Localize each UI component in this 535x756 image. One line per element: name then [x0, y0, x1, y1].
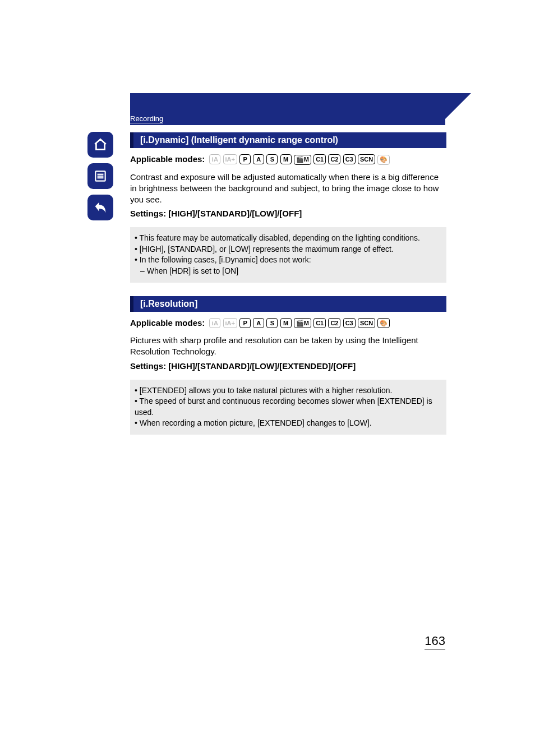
note-subitem: When [HDR] is set to [ON] [135, 266, 442, 277]
mode-chip: C2 [328, 154, 340, 164]
section1-body: Contrast and exposure will be adjusted a… [130, 172, 446, 206]
note-item: The speed of burst and continuous record… [135, 396, 442, 418]
mode-chip: SCN [358, 154, 375, 164]
breadcrumb-text: Recording [130, 114, 163, 123]
section1-settings: Settings: [HIGH]/[STANDARD]/[LOW]/[OFF] [130, 209, 446, 218]
back-icon [93, 200, 108, 215]
note-item: This feature may be automatically disabl… [135, 233, 442, 244]
section2-settings: Settings: [HIGH]/[STANDARD]/[LOW]/[EXTEN… [130, 361, 446, 371]
mode-chip: C2 [328, 318, 340, 328]
mode-chip: iA [209, 154, 220, 164]
mode-chip: iA+ [223, 318, 237, 328]
mode-chip: S [266, 154, 278, 164]
toc-button[interactable] [87, 163, 113, 189]
mode-chip: C1 [313, 154, 326, 164]
sidebar [87, 132, 117, 226]
section1-notes: This feature may be automatically disabl… [130, 227, 446, 282]
applicable-label: Applicable modes: [130, 318, 205, 328]
mode-chip: 🎨 [377, 318, 390, 328]
mode-chip: 🎨 [377, 155, 390, 165]
mode-chip: A [253, 154, 264, 164]
mode-chip: S [266, 318, 278, 328]
breadcrumb: Recording [130, 114, 445, 125]
mode-chip: P [239, 318, 251, 328]
mode-chip: 🎬M [294, 155, 311, 165]
home-icon [93, 137, 108, 152]
toc-icon [93, 169, 108, 183]
page-number: 163 [425, 634, 445, 649]
back-button[interactable] [87, 195, 113, 220]
note-item: In the following cases, [i.Dynamic] does… [135, 255, 442, 266]
note-item: [EXTENDED] allows you to take natural pi… [135, 385, 442, 397]
mode-chip: 🎬M [294, 318, 311, 328]
mode-chip: P [239, 154, 251, 164]
applicable-modes-row-1: Applicable modes: iA iA+ P A S M 🎬M C1 C… [130, 154, 446, 165]
section2-body: Pictures with sharp profile and resoluti… [130, 335, 446, 358]
mode-chip: C3 [343, 318, 356, 328]
mode-chip: A [253, 318, 264, 328]
applicable-label: Applicable modes: [130, 154, 205, 164]
mode-chip: SCN [358, 318, 375, 328]
note-item: [HIGH], [STANDARD], or [LOW] represents … [135, 244, 442, 255]
mode-chip: iA+ [223, 154, 237, 164]
header-corner [445, 93, 471, 119]
mode-chip: C1 [313, 318, 326, 328]
section2-notes: [EXTENDED] allows you to take natural pi… [130, 380, 446, 435]
home-button[interactable] [87, 132, 113, 158]
page-content: [i.Dynamic] (Intelligent dynamic range c… [130, 132, 446, 448]
mode-chip: M [280, 318, 292, 328]
mode-chip: M [280, 154, 292, 164]
mode-chip: C3 [343, 154, 356, 164]
applicable-modes-row-2: Applicable modes: iA iA+ P A S M 🎬M C1 C… [130, 317, 446, 329]
section-title-iresolution: [i.Resolution] [130, 296, 446, 312]
section-title-idynamic: [i.Dynamic] (Intelligent dynamic range c… [130, 132, 446, 148]
mode-chip: iA [209, 318, 220, 328]
note-item: When recording a motion picture, [EXTEND… [135, 418, 442, 429]
